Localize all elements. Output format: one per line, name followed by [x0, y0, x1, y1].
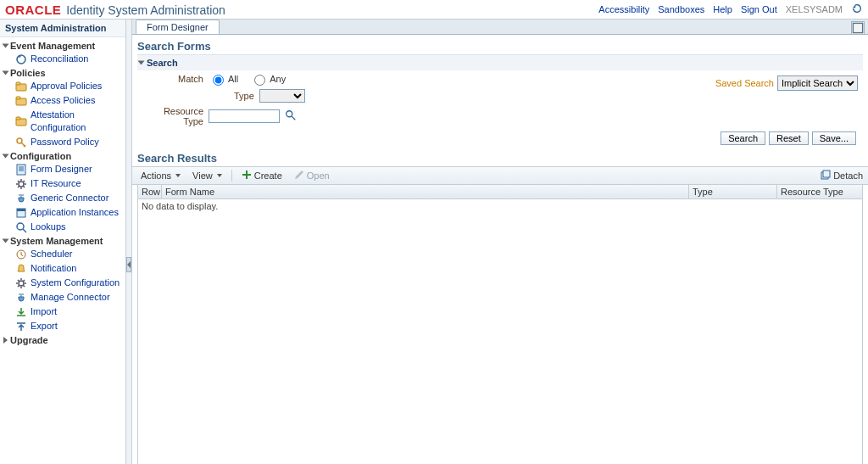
- app-title: Identity System Administration: [66, 3, 225, 17]
- results-toolbar: Actions View Create Open Detach: [132, 166, 868, 185]
- import-icon: [15, 306, 27, 318]
- open-button: Open: [289, 169, 335, 182]
- search-button[interactable]: Search: [721, 131, 765, 145]
- nav-lookups[interactable]: Lookups: [2, 220, 124, 234]
- main: Form Designer Search Forms Saved Search …: [132, 20, 868, 464]
- nav-scheduler[interactable]: Scheduler: [2, 247, 124, 261]
- section-system-management[interactable]: System Management: [2, 235, 124, 247]
- nav-approval-policies[interactable]: Approval Policies: [2, 79, 124, 93]
- nav-item-label: Export: [31, 320, 58, 333]
- nav-import[interactable]: Import: [2, 305, 124, 319]
- search-buttons: Search Reset Save...: [137, 128, 863, 150]
- resource-type-input[interactable]: [209, 109, 280, 123]
- splitter[interactable]: [126, 20, 132, 464]
- nav-it-resource[interactable]: IT Resource: [2, 176, 124, 191]
- nav-generic-connector[interactable]: Generic Connector: [2, 191, 124, 205]
- nav-item-label: Lookups: [31, 221, 66, 233]
- app-icon: [15, 207, 27, 219]
- top-links: Accessibility Sandboxes Help Sign Out XE…: [598, 3, 863, 16]
- export-icon: [15, 321, 27, 333]
- refresh-icon[interactable]: [851, 3, 863, 16]
- svg-point-1: [287, 111, 292, 117]
- col-row[interactable]: Row: [138, 185, 162, 198]
- search-panel-header[interactable]: Search: [137, 55, 863, 70]
- nav-item-label: Application Instances: [31, 206, 119, 219]
- nav-application-instances[interactable]: Application Instances: [2, 205, 124, 220]
- link-signout[interactable]: Sign Out: [741, 4, 777, 14]
- grid-header: Row Form Name Type Resource Type: [138, 185, 862, 199]
- nav-password-policy[interactable]: Password Policy: [2, 135, 124, 149]
- plug-icon: [15, 292, 27, 304]
- saved-search-select[interactable]: Implicit Search: [777, 75, 858, 91]
- svg-rect-0: [853, 23, 862, 32]
- disclosure-icon: [3, 154, 9, 159]
- save-button[interactable]: Save...: [812, 131, 856, 145]
- pencil-icon: [294, 170, 304, 182]
- nav-reconciliation[interactable]: Reconciliation: [2, 52, 124, 66]
- section-label: Policies: [10, 68, 46, 78]
- splitter-collapse-icon[interactable]: [126, 257, 131, 272]
- recon-icon: [15, 53, 27, 65]
- resource-row: Resource Type: [137, 104, 863, 128]
- folder-icon: [15, 115, 27, 127]
- col-form-name[interactable]: Form Name: [162, 185, 689, 198]
- match-any-input[interactable]: [254, 75, 265, 86]
- tab-form-designer[interactable]: Form Designer: [136, 20, 220, 34]
- page-title: Search Forms: [137, 40, 863, 53]
- nav-item-label: Approval Policies: [31, 80, 102, 92]
- nav-form-designer[interactable]: Form Designer: [2, 162, 124, 176]
- saved-search-label: Saved Search: [715, 78, 774, 88]
- resource-label: Resource Type: [142, 106, 203, 126]
- saved-search: Saved Search Implicit Search: [715, 75, 858, 91]
- section-label: Upgrade: [10, 335, 48, 345]
- results-grid: Row Form Name Type Resource Type No data…: [137, 185, 863, 464]
- tab-bar: Form Designer: [132, 20, 868, 35]
- detach-button[interactable]: Detach: [821, 170, 863, 182]
- disclosure-icon: [138, 61, 145, 65]
- gear-icon: [15, 178, 27, 190]
- clock-icon: [15, 249, 27, 260]
- nav: Event ManagementReconciliationPoliciesAp…: [0, 37, 125, 348]
- disclosure-icon: [3, 44, 9, 48]
- view-menu[interactable]: View: [187, 170, 227, 182]
- nav-item-label: Generic Connector: [31, 192, 108, 204]
- type-select[interactable]: [259, 89, 305, 103]
- nav-notification[interactable]: Notification: [2, 261, 124, 276]
- link-sandboxes[interactable]: Sandboxes: [658, 4, 704, 14]
- search-panel-title: Search: [147, 58, 178, 68]
- match-all-radio[interactable]: All: [209, 72, 238, 86]
- lookup-icon[interactable]: [285, 109, 297, 123]
- nav-attestation-configuration[interactable]: Attestation Configuration: [2, 108, 124, 135]
- link-help[interactable]: Help: [713, 4, 732, 14]
- match-all-input[interactable]: [213, 75, 224, 86]
- bell-icon: [15, 263, 27, 275]
- link-accessibility[interactable]: Accessibility: [598, 4, 649, 14]
- match-any-radio[interactable]: Any: [250, 72, 286, 86]
- nav-item-label: IT Resource: [31, 177, 81, 190]
- section-upgrade[interactable]: Upgrade: [2, 334, 124, 346]
- nav-export[interactable]: Export: [2, 319, 124, 333]
- disclosure-icon: [3, 71, 9, 75]
- create-button[interactable]: Create: [236, 169, 287, 182]
- nav-system-configuration[interactable]: System Configuration: [2, 276, 124, 290]
- section-event-management[interactable]: Event Management: [2, 40, 124, 52]
- actions-menu[interactable]: Actions: [136, 170, 186, 182]
- brand: ORACLE Identity System Administration: [5, 3, 225, 17]
- section-configuration[interactable]: Configuration: [2, 150, 124, 162]
- section-label: Event Management: [10, 41, 95, 51]
- col-resource-type[interactable]: Resource Type: [777, 185, 862, 198]
- folder-icon: [15, 81, 27, 92]
- reset-button[interactable]: Reset: [769, 131, 809, 145]
- disclosure-icon: [3, 337, 8, 344]
- current-user: XELSYSADM: [786, 4, 843, 14]
- section-policies[interactable]: Policies: [2, 67, 124, 79]
- caret-icon: [217, 174, 222, 177]
- form-icon: [15, 164, 27, 176]
- brand-logo: ORACLE: [5, 3, 61, 17]
- nav-item-label: Reconciliation: [31, 53, 88, 65]
- col-type[interactable]: Type: [689, 185, 777, 198]
- tab-overflow-icon[interactable]: [851, 21, 865, 35]
- grid-body: No data to display.: [138, 199, 862, 464]
- nav-manage-connector[interactable]: Manage Connector: [2, 290, 124, 305]
- nav-access-policies[interactable]: Access Policies: [2, 93, 124, 108]
